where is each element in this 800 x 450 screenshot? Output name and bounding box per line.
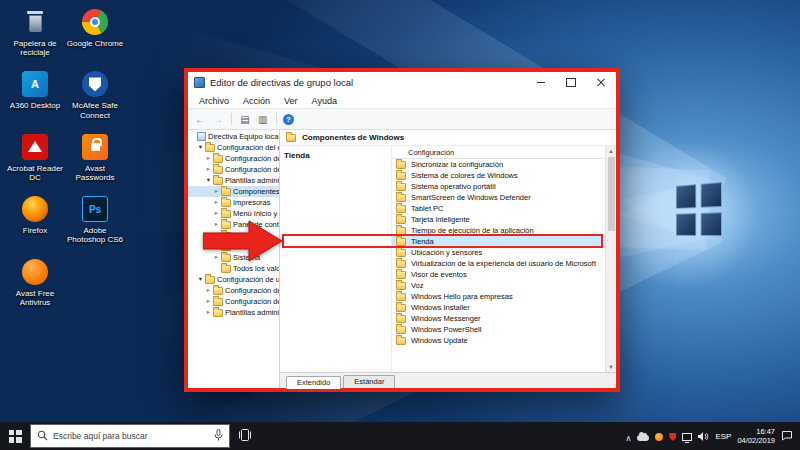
- export-list-button[interactable]: ▥: [256, 112, 270, 126]
- tab-estandar[interactable]: Estándar: [343, 375, 395, 388]
- maximize-button[interactable]: [556, 72, 586, 93]
- menu-item-2[interactable]: Ver: [277, 96, 305, 106]
- collapsed-twisty-icon[interactable]: ▸: [205, 309, 212, 316]
- desktop-icon-label: Google Chrome: [67, 39, 123, 48]
- taskbar-search[interactable]: [30, 424, 230, 448]
- list-item-6[interactable]: Tiempo de ejecución de la aplicación: [392, 225, 605, 236]
- close-button[interactable]: [586, 72, 616, 93]
- column-header-configuracion[interactable]: Configuración: [392, 146, 605, 159]
- menu-item-3[interactable]: Ayuda: [305, 96, 344, 106]
- microphone-icon[interactable]: [214, 427, 223, 445]
- collapsed-twisty-icon[interactable]: ▸: [205, 287, 212, 294]
- tree-item-14[interactable]: ▸Configuración de software: [188, 285, 279, 296]
- highlight-arrow: [203, 220, 283, 262]
- search-input[interactable]: [53, 431, 209, 441]
- collapsed-twisty-icon[interactable]: ▸: [205, 298, 212, 305]
- desktop-icon-chrome[interactable]: Google Chrome: [66, 8, 124, 57]
- desktop-icon-firefox[interactable]: Firefox: [6, 195, 64, 244]
- scroll-thumb[interactable]: [608, 157, 615, 231]
- collapsed-twisty-icon[interactable]: ▸: [205, 166, 212, 173]
- avast-passwords-icon: [81, 133, 109, 161]
- selected-item-label: Tienda: [284, 151, 310, 160]
- volume-icon[interactable]: [698, 427, 709, 445]
- collapsed-twisty-icon[interactable]: ▸: [213, 199, 220, 206]
- menu-item-1[interactable]: Acción: [236, 96, 277, 106]
- scrollbar[interactable]: [605, 146, 616, 372]
- tree-item-12[interactable]: Todos los valores: [188, 263, 279, 274]
- hidden-icons-chevron-icon[interactable]: ∧: [626, 427, 632, 445]
- desktop-icon-photoshop[interactable]: PsAdobe Photoshop CS6: [66, 195, 124, 244]
- list-item-0[interactable]: Sincronizar la configuración: [392, 159, 605, 170]
- expanded-twisty-icon[interactable]: ▾: [197, 276, 204, 283]
- forward-button[interactable]: →: [211, 112, 225, 126]
- menu-item-0[interactable]: Archivo: [192, 96, 236, 106]
- desktop-icon-a360[interactable]: AA360 Desktop: [6, 70, 64, 119]
- list-item-10[interactable]: Visor de eventos: [392, 269, 605, 280]
- scroll-up-icon[interactable]: [608, 146, 613, 156]
- list-item-tienda[interactable]: Tienda: [392, 236, 605, 247]
- ethernet-icon[interactable]: [682, 427, 692, 445]
- list-item-label: Windows Messenger: [411, 314, 481, 323]
- tree-item-15[interactable]: ▸Configuración de Windows: [188, 296, 279, 307]
- list-item-12[interactable]: Windows Hello para empresas: [392, 291, 605, 302]
- tree-item-16[interactable]: ▸Plantillas administrativas: [188, 307, 279, 318]
- minimize-button[interactable]: [526, 72, 556, 93]
- folder-icon: [213, 298, 223, 306]
- collapsed-twisty-icon[interactable]: ▸: [213, 210, 220, 217]
- toolbar: ←→▤▥?: [188, 109, 616, 130]
- collapsed-twisty-icon[interactable]: ▸: [205, 155, 212, 162]
- tree-item-7[interactable]: ▸Menú Inicio y barra de tareas: [188, 208, 279, 219]
- mcafee-icon[interactable]: [669, 427, 676, 445]
- list-item-13[interactable]: Windows Installer: [392, 302, 605, 313]
- list-item-5[interactable]: Tarjeta inteligente: [392, 214, 605, 225]
- tree-item-5[interactable]: ▸Componentes de Windows: [188, 186, 279, 197]
- list-item-11[interactable]: Voz: [392, 280, 605, 291]
- list-item-1[interactable]: Sistema de colores de Windows: [392, 170, 605, 181]
- list-item-label: Tarjeta inteligente: [411, 215, 470, 224]
- desktop-icon-mcafee-safe-connect[interactable]: McAfee Safe Connect: [66, 70, 124, 119]
- desktop-icon-recycle-bin[interactable]: Papelera de reciclaje: [6, 8, 64, 57]
- window-titlebar[interactable]: Editor de directivas de grupo local: [188, 72, 616, 93]
- help-button[interactable]: ?: [283, 114, 294, 125]
- avast-icon[interactable]: [655, 427, 663, 445]
- window-title: Editor de directivas de grupo local: [210, 77, 521, 88]
- desktop-icon-acrobat-reader[interactable]: Acrobat Reader DC: [6, 133, 64, 182]
- start-button[interactable]: [0, 422, 30, 450]
- tree-item-label: Plantillas administrativas: [225, 176, 279, 185]
- desktop-icon-label: Avast Free Antivirus: [6, 289, 64, 307]
- tree-item-1[interactable]: ▾Configuración del equipo: [188, 142, 279, 153]
- task-view-button[interactable]: [230, 422, 260, 450]
- expanded-twisty-icon[interactable]: ▾: [205, 177, 212, 184]
- tree-item-3[interactable]: ▸Configuración de Windows: [188, 164, 279, 175]
- list-item-4[interactable]: Tablet PC: [392, 203, 605, 214]
- content-columns: Tienda Configuración Sincronizar la conf…: [280, 146, 616, 372]
- expanded-twisty-icon[interactable]: ▾: [197, 144, 204, 151]
- list-item-15[interactable]: Windows PowerShell: [392, 324, 605, 335]
- onedrive-icon[interactable]: [637, 427, 649, 445]
- tree-item-0[interactable]: Directiva Equipo local: [188, 131, 279, 142]
- list-item-14[interactable]: Windows Messenger: [392, 313, 605, 324]
- scroll-down-icon[interactable]: [608, 362, 613, 372]
- tree-item-13[interactable]: ▾Configuración de usuario: [188, 274, 279, 285]
- desktop-icon-avast-free[interactable]: Avast Free Antivirus: [6, 258, 64, 307]
- list-item-9[interactable]: Virtualización de la experiencia del usu…: [392, 258, 605, 269]
- tree-item-6[interactable]: ▸Impresoras: [188, 197, 279, 208]
- language-indicator[interactable]: ESP: [715, 432, 731, 441]
- back-button[interactable]: ←: [193, 112, 207, 126]
- task-view-icon: [238, 427, 252, 445]
- tree-item-2[interactable]: ▸Configuración de software: [188, 153, 279, 164]
- list-item-3[interactable]: SmartScreen de Windows Defender: [392, 192, 605, 203]
- show-console-tree-button[interactable]: ▤: [238, 112, 252, 126]
- console-icon: [197, 132, 206, 141]
- path-header: Componentes de Windows: [302, 133, 404, 142]
- folder-icon: [396, 161, 406, 169]
- clock[interactable]: 16:47 04/02/2019: [737, 427, 775, 446]
- list-item-8[interactable]: Ubicación y sensores: [392, 247, 605, 258]
- desktop-icon-avast-passwords[interactable]: Avast Passwords: [66, 133, 124, 182]
- tree-item-4[interactable]: ▾Plantillas administrativas: [188, 175, 279, 186]
- list-item-2[interactable]: Sistema operativo portátil: [392, 181, 605, 192]
- list-item-16[interactable]: Windows Update: [392, 335, 605, 346]
- action-center-button[interactable]: [781, 427, 793, 445]
- collapsed-twisty-icon[interactable]: ▸: [213, 188, 220, 195]
- tab-extendido[interactable]: Extendido: [286, 376, 341, 389]
